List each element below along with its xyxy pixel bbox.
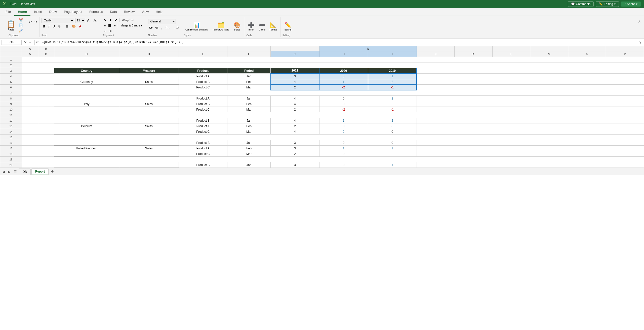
empty-cells[interactable] — [417, 74, 644, 79]
data-cell[interactable] — [38, 96, 54, 101]
underline-button[interactable]: U — [51, 24, 56, 29]
col-n-top[interactable] — [568, 46, 606, 51]
data-cell[interactable] — [38, 101, 54, 107]
empty-cells[interactable] — [417, 162, 644, 168]
data-cell[interactable] — [22, 68, 38, 74]
col-j-top[interactable] — [417, 46, 455, 51]
cell-be-g13[interactable]: 2 — [271, 123, 319, 129]
cell-it-g9[interactable]: 4 — [271, 101, 319, 107]
col-c[interactable]: C — [54, 51, 119, 57]
cell-it-g8[interactable]: 4 — [271, 96, 319, 101]
tab-help[interactable]: Help — [152, 8, 166, 16]
col-g[interactable]: G — [271, 51, 319, 57]
formula-input[interactable] — [41, 40, 638, 45]
col-k[interactable]: K — [455, 51, 493, 57]
cell-uk-pc[interactable]: Product C — [179, 151, 227, 157]
data-cell[interactable] — [22, 118, 38, 123]
col-c-top[interactable] — [54, 46, 119, 51]
col-d-top[interactable] — [119, 46, 179, 51]
cell-de-blank2[interactable] — [119, 85, 179, 90]
empty-row[interactable] — [22, 90, 644, 96]
undo-button[interactable]: ↩ — [28, 19, 32, 25]
cell-uk-h17[interactable]: 1 — [319, 146, 368, 151]
empty-cells[interactable] — [417, 118, 644, 123]
empty-row[interactable] — [22, 62, 644, 68]
col-product-header[interactable]: Product — [179, 68, 227, 74]
cell-uk-h18[interactable]: 0 — [319, 151, 368, 157]
col-h[interactable]: H — [319, 51, 368, 57]
cell-germany[interactable]: Germany — [54, 79, 119, 85]
cell-uk-h16[interactable]: 0 — [319, 140, 368, 146]
data-cell[interactable] — [38, 85, 54, 90]
col-f[interactable]: F — [227, 51, 271, 57]
editing-button[interactable]: ✏️ Editing ▾ — [596, 1, 619, 7]
data-cell[interactable] — [22, 85, 38, 90]
cell-r20-jan[interactable]: Jan — [227, 162, 271, 168]
cell-be-pb[interactable]: Product B — [179, 118, 227, 123]
empty-row[interactable] — [22, 157, 644, 162]
cell-uk-jan[interactable]: Jan — [227, 140, 271, 146]
cell-h4[interactable]: 0 — [319, 74, 368, 79]
cell-it-h8[interactable]: 0 — [319, 96, 368, 101]
empty-cells[interactable] — [417, 85, 644, 90]
empty-cells[interactable] — [417, 123, 644, 129]
fill-color-button[interactable]: 🎨 — [70, 24, 77, 29]
cell-be-pc[interactable]: Product C — [179, 129, 227, 135]
expand-formula-button[interactable]: ∨ — [638, 40, 642, 44]
cell-uk-blank3[interactable] — [54, 151, 119, 157]
sheet-tab-report[interactable]: Report — [31, 168, 49, 175]
cell-uk-i16[interactable]: 0 — [368, 140, 417, 146]
col-l[interactable]: L — [492, 51, 530, 57]
col-b[interactable]: B — [38, 51, 54, 57]
col-country-header[interactable]: Country — [54, 68, 119, 74]
cell-be-h12[interactable]: 1 — [319, 118, 368, 123]
col-a-top[interactable]: A — [22, 46, 38, 51]
cell-be-blank2[interactable] — [119, 118, 179, 123]
percent-button[interactable]: % — [154, 25, 159, 30]
data-cell[interactable] — [22, 107, 38, 112]
data-cell[interactable] — [22, 151, 38, 157]
redo-button[interactable]: ↪ — [33, 19, 38, 25]
col-j[interactable]: J — [417, 51, 455, 57]
cell-h5[interactable]: 1 — [319, 79, 368, 85]
empty-cells[interactable] — [417, 129, 644, 135]
data-cell[interactable] — [22, 123, 38, 129]
editing-group-button[interactable]: ✏️ Editing — [283, 21, 294, 32]
tab-insert[interactable]: Insert — [30, 8, 46, 16]
styles-button[interactable]: 🎨 Styles — [232, 21, 242, 32]
cell-belgium[interactable]: Belgium — [54, 123, 119, 129]
col-n[interactable]: N — [568, 51, 606, 57]
align-top-left-button[interactable]: ⬉ — [103, 18, 108, 22]
format-button[interactable]: 📐 Format — [268, 21, 278, 32]
cell-be-h13[interactable]: 0 — [319, 123, 368, 129]
data-cell[interactable] — [22, 129, 38, 135]
cell-uk-blank2[interactable] — [119, 140, 179, 146]
cell-uk-i18[interactable]: -1 — [368, 151, 417, 157]
cell-uk-pa[interactable]: Product A — [179, 146, 227, 151]
cell-sales-de[interactable]: Sales — [119, 79, 179, 85]
data-cell[interactable] — [38, 74, 54, 79]
cell-be-i13[interactable]: 0 — [368, 123, 417, 129]
cell-period-jan[interactable]: Jan — [227, 74, 271, 79]
cancel-formula-button[interactable]: ✕ — [23, 40, 28, 44]
cell-uk-g16[interactable]: 3 — [271, 140, 319, 146]
tab-view[interactable]: View — [138, 8, 152, 16]
empty-cells[interactable] — [417, 140, 644, 146]
font-name-select[interactable]: Calibri — [42, 18, 74, 23]
scroll-sheets-left[interactable]: ◀ — [1, 169, 6, 174]
delete-button[interactable]: ➖ Delete — [257, 21, 267, 32]
data-cell[interactable] — [22, 101, 38, 107]
empty-cells[interactable] — [417, 146, 644, 151]
cell-it-h10[interactable]: -2 — [319, 107, 368, 112]
cell-g4-selected[interactable]: 3 — [271, 74, 319, 79]
cell-be-i12[interactable]: 2 — [368, 118, 417, 123]
share-button[interactable]: ↑ Share ▾ — [621, 2, 641, 7]
cell-italy[interactable]: Italy — [54, 101, 119, 107]
empty-cells[interactable] — [417, 68, 644, 74]
cell-period-mar[interactable]: Mar — [227, 85, 271, 90]
cell-sales-be[interactable]: Sales — [119, 123, 179, 129]
cell-it-mar[interactable]: Mar — [227, 107, 271, 112]
cell-sales-it[interactable]: Sales — [119, 101, 179, 107]
cell-de-blank[interactable] — [54, 85, 119, 90]
col-f-top[interactable] — [227, 46, 271, 51]
